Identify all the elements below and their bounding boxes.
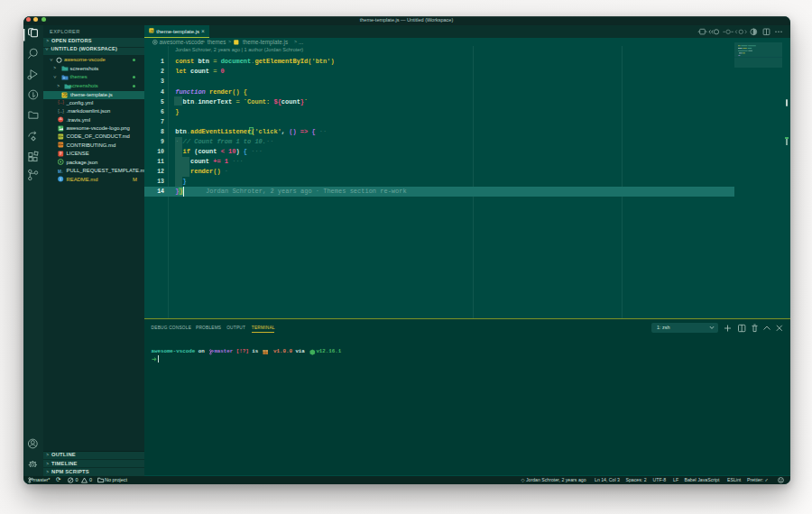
svg-text:{..}: {..} <box>58 101 64 106</box>
svg-text:M↓: M↓ <box>58 169 63 174</box>
svg-text:{..}: {..} <box>58 109 64 114</box>
svg-text:JS: JS <box>150 30 154 33</box>
svg-text:JS: JS <box>62 93 67 97</box>
